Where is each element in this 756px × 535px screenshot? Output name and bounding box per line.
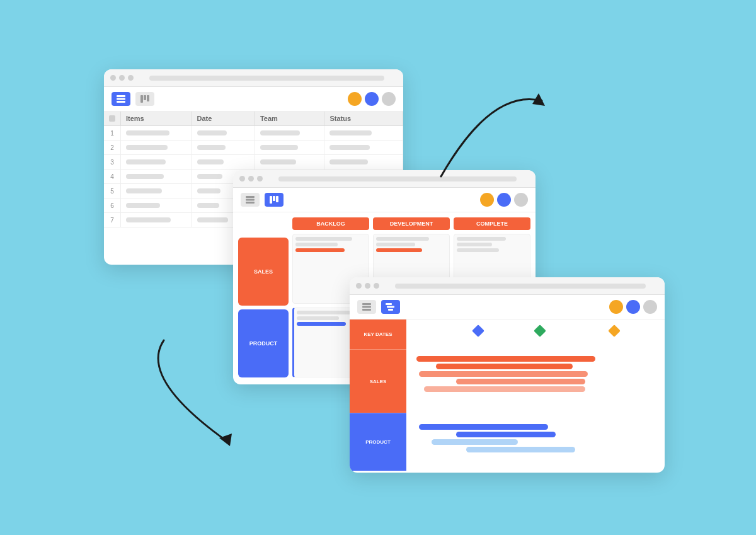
svg-rect-0 — [117, 95, 125, 97]
svg-rect-10 — [273, 196, 275, 201]
table-view-btn2[interactable] — [241, 193, 260, 207]
svg-rect-8 — [246, 202, 255, 204]
sales-bar-2 — [411, 364, 660, 369]
product-label: PRODUCT — [238, 309, 289, 377]
svg-rect-16 — [387, 306, 394, 308]
svg-rect-13 — [362, 306, 371, 308]
row-num: 3 — [104, 155, 121, 170]
row-cell — [121, 126, 192, 141]
card-bar-accent — [297, 322, 346, 326]
dot2 — [365, 283, 370, 289]
gantt-label-column: KEY DATES SALES PRODUCT — [350, 319, 406, 471]
dot3 — [374, 283, 379, 289]
table-icon3 — [362, 303, 371, 311]
bar-light — [432, 439, 518, 445]
circle-gray — [514, 193, 528, 207]
kanban-headers: BACKLOG DEVELOPMENT COMPLETE — [292, 217, 530, 230]
dot3 — [128, 75, 134, 81]
bar — [456, 432, 556, 437]
col-complete: COMPLETE — [454, 217, 530, 230]
svg-marker-18 — [532, 93, 545, 106]
circle-blue — [497, 193, 511, 207]
row-cell — [121, 141, 192, 155]
toolbar-table — [104, 87, 403, 112]
product-bar-1 — [411, 424, 660, 430]
key-dates-label: KEY DATES — [350, 319, 406, 349]
table-header-row: Items Date Team Status — [104, 112, 403, 126]
bar-light — [466, 447, 575, 452]
circle-orange — [480, 193, 494, 207]
user-circles-gantt — [609, 300, 657, 314]
dot2 — [248, 176, 254, 181]
kanban-icon2 — [270, 196, 278, 204]
row-num: 1 — [104, 126, 121, 141]
col-num — [104, 112, 121, 126]
svg-rect-2 — [117, 101, 125, 103]
circle-gray — [382, 92, 396, 106]
dot1 — [356, 283, 362, 289]
row-cell — [121, 198, 192, 213]
svg-rect-6 — [246, 196, 255, 198]
dot1 — [239, 176, 245, 181]
gantt-diamonds-row — [411, 322, 660, 340]
table-view-btn[interactable] — [112, 92, 130, 106]
circle-gray — [643, 300, 657, 314]
circle-orange — [609, 300, 623, 314]
bar — [416, 356, 595, 362]
kanban-group-labels: SALES PRODUCT — [238, 238, 289, 377]
row-num: 7 — [104, 213, 121, 227]
card-bar — [376, 243, 415, 246]
circle-blue — [365, 92, 379, 106]
table-row: 3 — [104, 155, 403, 170]
bar — [456, 379, 585, 384]
toolbar-gantt — [350, 295, 665, 319]
user-circles-kanban — [480, 193, 528, 207]
circle-blue — [626, 300, 640, 314]
row-cell — [324, 141, 403, 155]
col-status: Status — [324, 112, 403, 126]
dot3 — [257, 176, 263, 181]
bar — [419, 424, 548, 430]
product-bar-2 — [411, 432, 660, 437]
product-gantt-section — [411, 408, 660, 468]
card-bar — [295, 243, 338, 246]
kanban-view-btn[interactable] — [135, 92, 154, 106]
card-bar — [457, 237, 506, 241]
gantt-icon — [386, 303, 396, 311]
table-view-btn3[interactable] — [357, 300, 376, 314]
row-num: 4 — [104, 170, 121, 184]
diamond-blue — [472, 325, 484, 337]
diamond-yellow — [608, 325, 621, 337]
row-cell — [324, 155, 403, 170]
row-cell — [121, 213, 192, 227]
url-bar — [149, 76, 384, 81]
table-row: 2 — [104, 141, 403, 155]
row-cell — [192, 126, 255, 141]
card-bar — [297, 311, 353, 314]
svg-rect-14 — [362, 309, 371, 311]
titlebar-gantt — [350, 277, 665, 295]
svg-rect-5 — [147, 95, 149, 101]
url-bar — [395, 284, 646, 289]
kanban-view-btn2[interactable] — [265, 193, 284, 207]
col-development: DEVELOPMENT — [373, 217, 450, 230]
card-bar — [295, 237, 352, 241]
row-cell — [255, 141, 324, 155]
row-num: 6 — [104, 198, 121, 213]
row-cell — [121, 184, 192, 198]
svg-marker-19 — [219, 434, 232, 446]
card-bar — [376, 237, 429, 241]
svg-rect-12 — [362, 303, 371, 305]
row-cell — [255, 155, 324, 170]
col-team: Team — [255, 112, 324, 126]
svg-rect-11 — [276, 196, 278, 202]
gantt-view-btn[interactable] — [381, 300, 400, 314]
sales-label: SALES — [238, 238, 289, 306]
row-cell — [255, 126, 324, 141]
url-bar — [278, 176, 517, 181]
bar — [424, 386, 585, 392]
svg-rect-4 — [144, 95, 146, 100]
table-icon2 — [246, 196, 255, 204]
sales-bar-5 — [411, 386, 660, 392]
table-row: 1 — [104, 126, 403, 141]
